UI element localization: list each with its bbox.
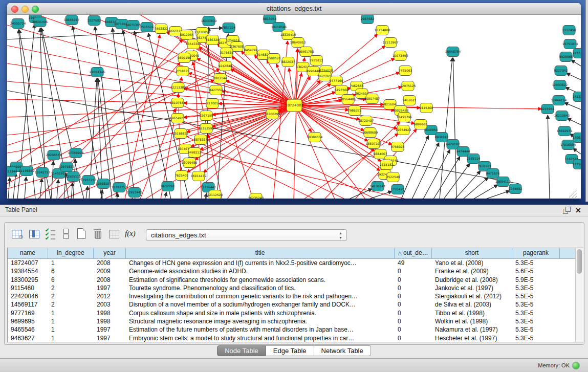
graph-node-label: 15166825 <box>173 132 189 135</box>
table-row[interactable]: 946554611997Estimation of the future num… <box>8 325 583 334</box>
graph-node-label: 8215958 <box>541 107 555 111</box>
column-header-pagerank[interactable]: pagerank <box>512 248 560 258</box>
table-cell: Wolkin et al. (1998) <box>432 317 512 325</box>
graph-node-label: 16099486 <box>182 161 198 164</box>
row-height-icon[interactable] <box>59 227 73 240</box>
table-cell: 2 <box>48 292 94 300</box>
tab-edge-table[interactable]: Edge Table <box>266 345 314 356</box>
column-visibility-icon[interactable]: ✔ ✔ ✔ <box>44 227 57 240</box>
edge <box>51 161 53 199</box>
table-panel-header: Table Panel ✕ <box>0 205 588 216</box>
edge <box>573 148 581 154</box>
graph-node-label: 12213967 <box>383 40 399 44</box>
edge <box>71 183 73 199</box>
graph-node-label: 20564486 <box>340 97 356 101</box>
graph-node-label: 9899685 <box>414 122 428 126</box>
graph-node-label: 9756928 <box>391 145 405 148</box>
tab-node-table[interactable]: Node Table <box>217 345 266 356</box>
scrollbar-thumb[interactable] <box>577 249 582 274</box>
graph-node-label: 15751074 <box>562 42 578 46</box>
graph-node-label: 18807293 <box>366 142 382 145</box>
citation-network-graph[interactable]: 2405572423931762069140610655287152760284… <box>7 15 581 199</box>
table-cell: 0 <box>395 325 432 334</box>
zoom-window-button[interactable] <box>32 6 39 13</box>
table-panel-title: Table Panel <box>5 206 37 213</box>
close-panel-icon[interactable]: ✕ <box>575 206 581 215</box>
table-settings-icon[interactable]: ⚙ <box>10 227 24 240</box>
graph-node-label: 12975125 <box>400 84 416 87</box>
graph-node-label: 24055724 <box>10 21 26 25</box>
graph-node-label: 7986372 <box>348 108 362 112</box>
table-row[interactable]: 2242004622012Investigating the contribut… <box>8 292 583 300</box>
graph-node-label: 12923448 <box>127 190 143 194</box>
close-window-button[interactable] <box>11 6 18 13</box>
graph-node-label: 17359928 <box>68 151 84 155</box>
graph-node-label: 9242848 <box>219 64 232 68</box>
table-cell: Hescheler et al. (1997) <box>432 334 512 342</box>
memory-status-icon[interactable] <box>572 362 580 369</box>
table-row[interactable]: 1938455462009Genome-wide association stu… <box>8 267 583 275</box>
table-row[interactable]: 911546021997Tourette syndrome. Phenomeno… <box>8 284 583 292</box>
graph-node-label: 8938918 <box>435 135 449 139</box>
graph-node-label: 12093822 <box>552 83 568 86</box>
delete-table-icon[interactable] <box>91 227 104 240</box>
new-table-icon[interactable] <box>75 227 88 240</box>
graph-node-label: 1771045 <box>573 162 581 166</box>
graph-node-label: 18107554 <box>170 101 186 104</box>
tab-network-table[interactable]: Network Table <box>314 345 371 356</box>
table-cell: Jankovic et al. (1997) <box>432 284 512 292</box>
graph-node-label: 16353591 <box>199 126 214 130</box>
table-cell: Disruption of a novel member of a sodium… <box>126 300 395 309</box>
table-cell: Tibbo et al. (1998) <box>432 309 512 317</box>
table-row[interactable]: 1456911722003Disruption of a novel membe… <box>8 300 583 309</box>
graph-node-label: 1413256 <box>573 95 581 98</box>
graph-node-label: 2522549 <box>386 175 400 179</box>
column-header-out_de[interactable]: △out_de… <box>395 248 432 258</box>
edge <box>453 58 456 199</box>
graph-node-label: 13342757 <box>35 170 51 174</box>
select-columns-icon[interactable] <box>28 227 41 240</box>
network-window-titlebar[interactable]: citations_edges.txt <box>7 3 581 15</box>
graph-node-label: 1588520 <box>267 56 281 60</box>
table-row[interactable]: 969969511998Structural magnetic resonanc… <box>8 317 583 325</box>
table-row[interactable]: 977716911998Corpus callosum shape and si… <box>8 309 583 317</box>
graph-node-label: 9115460 <box>420 106 433 110</box>
graph-node-label: 20206556 <box>46 153 62 157</box>
memory-status-label: Memory: OK <box>538 362 570 368</box>
table-cell: 2 <box>48 300 94 309</box>
graph-node-label: 16154808 <box>375 28 390 32</box>
graph-node-label: 1621022 <box>318 74 332 78</box>
graph-node-label: 8454749 <box>244 48 258 52</box>
graph-node-label: 10654112 <box>495 180 511 183</box>
graph-node-label: 1733426 <box>391 187 405 191</box>
column-header-in_degree[interactable]: in_degree <box>48 248 94 258</box>
graph-node-label: 821604 <box>384 102 396 106</box>
table-cell: 18300295 <box>8 276 48 284</box>
table-cell: 6 <box>48 267 94 275</box>
table-scrollbar[interactable] <box>575 248 583 342</box>
graph-node-label: 10807487 <box>364 97 380 100</box>
resize-grip-icon[interactable] <box>572 192 577 198</box>
network-view-canvas[interactable]: 2405572423931762069140610655287152760284… <box>7 15 581 199</box>
column-header-title[interactable]: title <box>126 248 395 258</box>
float-panel-icon[interactable] <box>563 207 571 214</box>
column-header-year[interactable]: year <box>94 248 126 258</box>
table-cell: 9115460 <box>8 284 48 292</box>
function-builder-icon[interactable]: f(x) <box>125 227 138 240</box>
table-row[interactable]: 946362711997Embryonic stem cells: a mode… <box>8 334 583 342</box>
graph-node-label: 9660125 <box>169 29 183 33</box>
column-header-name[interactable]: name <box>8 248 48 258</box>
graph-node-label: 1254616 <box>226 38 240 42</box>
minimize-window-button[interactable] <box>21 6 29 13</box>
table-selector-dropdown[interactable]: citations_edges.txt ▲▼ <box>146 229 347 241</box>
column-header-short[interactable]: short <box>432 248 512 258</box>
graph-node-label: 16033809 <box>201 19 217 23</box>
table-row[interactable]: 1872400712008Changes of HCN gene express… <box>8 259 583 267</box>
table-row[interactable]: 1830029562008Estimation of significance … <box>8 276 583 284</box>
import-table-icon[interactable] <box>107 227 121 240</box>
edge <box>294 104 384 105</box>
resize-grip-icon[interactable] <box>575 195 577 198</box>
graph-node-label: 16961758 <box>298 50 314 53</box>
graph-node-label: 18720407 <box>358 119 374 122</box>
edge <box>401 136 428 199</box>
